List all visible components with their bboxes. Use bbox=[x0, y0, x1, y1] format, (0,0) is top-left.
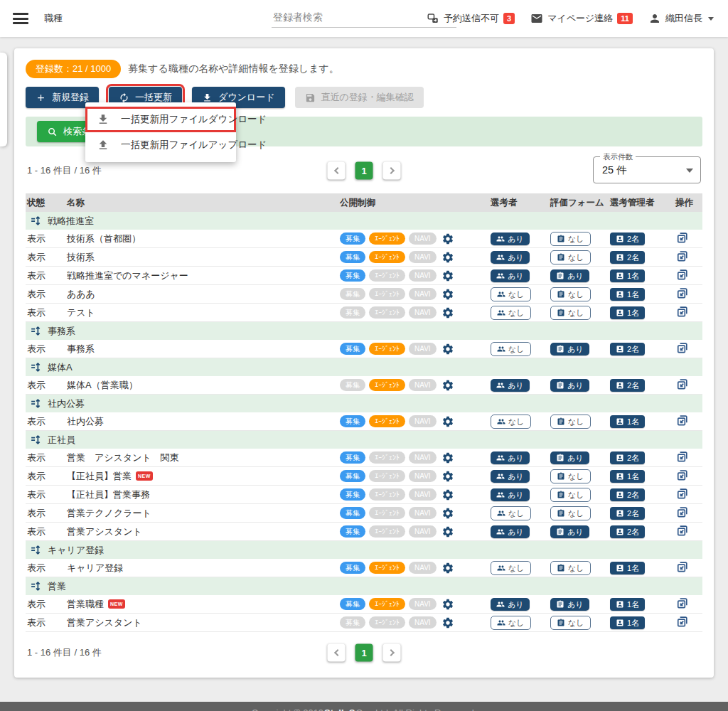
reserve-send-alert[interactable]: 予約送信不可 3 bbox=[427, 12, 515, 25]
eval-form-badge[interactable]: あり bbox=[550, 451, 589, 464]
eval-form-badge[interactable]: なし bbox=[550, 506, 591, 520]
manager-count-badge[interactable]: 1名 bbox=[610, 598, 645, 611]
sort-icon[interactable] bbox=[30, 325, 42, 337]
gear-icon[interactable] bbox=[441, 525, 454, 538]
screener-badge[interactable]: なし bbox=[491, 616, 531, 630]
next-page-button[interactable] bbox=[383, 644, 401, 662]
menu-item-bulk-file-download[interactable]: 一括更新用ファイルダウンロード bbox=[85, 107, 236, 132]
gear-icon[interactable] bbox=[441, 343, 454, 356]
manager-count-badge[interactable]: 2名 bbox=[610, 451, 645, 464]
copy-icon[interactable] bbox=[675, 468, 690, 482]
screener-badge[interactable]: なし bbox=[491, 415, 531, 429]
eval-form-badge[interactable]: なし bbox=[550, 561, 591, 575]
copy-icon[interactable] bbox=[675, 267, 690, 282]
sort-icon[interactable] bbox=[30, 580, 42, 592]
screener-badge[interactable]: なし bbox=[491, 506, 531, 520]
manager-count-badge[interactable]: 2名 bbox=[610, 251, 645, 264]
manager-count-badge[interactable]: 1名 bbox=[610, 470, 645, 483]
copy-icon[interactable] bbox=[675, 286, 690, 300]
manager-count-badge[interactable]: 2名 bbox=[610, 488, 645, 501]
copy-icon[interactable] bbox=[675, 486, 690, 501]
eval-form-badge[interactable]: あり bbox=[550, 379, 589, 392]
manager-count-badge[interactable]: 1名 bbox=[610, 562, 645, 574]
screener-badge[interactable]: あり bbox=[491, 232, 530, 245]
eval-form-badge[interactable]: あり bbox=[550, 343, 589, 356]
copy-icon[interactable] bbox=[675, 614, 690, 629]
manager-count-badge[interactable]: 2名 bbox=[610, 343, 645, 356]
eval-form-badge[interactable]: なし bbox=[550, 488, 591, 502]
screener-badge[interactable]: なし bbox=[491, 287, 531, 301]
copy-icon[interactable] bbox=[675, 560, 690, 574]
gear-icon[interactable] bbox=[441, 598, 454, 611]
copy-icon[interactable] bbox=[675, 377, 690, 391]
prev-page-button[interactable] bbox=[328, 644, 346, 662]
gear-icon[interactable] bbox=[441, 379, 454, 392]
gear-icon[interactable] bbox=[441, 251, 454, 264]
gear-icon[interactable] bbox=[441, 562, 454, 574]
eval-form-badge[interactable]: あり bbox=[550, 525, 589, 538]
page-1-button[interactable]: 1 bbox=[355, 644, 373, 662]
eval-form-badge[interactable]: なし bbox=[550, 232, 591, 246]
per-page-select[interactable]: 表示件数 25 件 bbox=[593, 156, 701, 183]
gear-icon[interactable] bbox=[441, 470, 454, 483]
user-menu[interactable]: 織田信長 bbox=[648, 12, 714, 25]
eval-form-badge[interactable]: なし bbox=[550, 250, 591, 264]
manager-count-badge[interactable]: 2名 bbox=[610, 507, 645, 520]
manager-count-badge[interactable]: 2名 bbox=[610, 525, 645, 538]
screener-badge[interactable]: あり bbox=[491, 451, 530, 464]
screener-badge[interactable]: あり bbox=[491, 488, 530, 501]
eval-form-badge[interactable]: なし bbox=[550, 469, 591, 483]
menu-item-bulk-file-upload[interactable]: 一括更新用ファイルアップロード bbox=[85, 132, 236, 158]
manager-count-badge[interactable]: 1名 bbox=[610, 415, 645, 428]
gear-icon[interactable] bbox=[441, 415, 454, 428]
eval-form-badge[interactable]: あり bbox=[550, 269, 589, 282]
gear-icon[interactable] bbox=[441, 269, 454, 282]
sort-icon[interactable] bbox=[30, 397, 42, 410]
copy-icon[interactable] bbox=[675, 230, 690, 245]
copy-icon[interactable] bbox=[675, 505, 690, 519]
eval-form-badge[interactable]: あり bbox=[550, 598, 589, 611]
eval-form-badge[interactable]: なし bbox=[550, 415, 591, 429]
sort-icon[interactable] bbox=[30, 544, 42, 556]
screener-badge[interactable]: あり bbox=[491, 470, 530, 483]
eval-form-badge[interactable]: なし bbox=[550, 287, 591, 301]
gear-icon[interactable] bbox=[441, 616, 454, 629]
manager-count-badge[interactable]: 1名 bbox=[610, 616, 645, 629]
screener-badge[interactable]: あり bbox=[491, 598, 530, 611]
screener-badge[interactable]: なし bbox=[491, 342, 531, 356]
screener-badge[interactable]: あり bbox=[491, 251, 530, 264]
copy-icon[interactable] bbox=[675, 449, 690, 464]
copy-icon[interactable] bbox=[675, 596, 690, 610]
screener-badge[interactable]: あり bbox=[491, 269, 530, 282]
manager-count-badge[interactable]: 1名 bbox=[610, 288, 645, 301]
copy-icon[interactable] bbox=[675, 523, 690, 538]
sort-icon[interactable] bbox=[30, 215, 42, 227]
page-1-button[interactable]: 1 bbox=[355, 162, 373, 180]
copy-icon[interactable] bbox=[675, 413, 690, 427]
sort-icon[interactable] bbox=[30, 434, 42, 446]
copy-icon[interactable] bbox=[675, 341, 690, 355]
manager-count-badge[interactable]: 1名 bbox=[610, 269, 645, 282]
screener-badge[interactable]: なし bbox=[491, 306, 531, 320]
menu-icon[interactable] bbox=[13, 13, 28, 24]
screener-badge[interactable]: あり bbox=[491, 379, 530, 392]
copy-icon[interactable] bbox=[675, 249, 690, 263]
eval-form-badge[interactable]: なし bbox=[550, 616, 591, 630]
gear-icon[interactable] bbox=[441, 488, 454, 501]
gear-icon[interactable] bbox=[441, 451, 454, 464]
copy-icon[interactable] bbox=[675, 304, 690, 319]
eval-form-badge[interactable]: なし bbox=[550, 306, 591, 320]
next-page-button[interactable] bbox=[383, 162, 401, 180]
gear-icon[interactable] bbox=[441, 507, 454, 520]
manager-count-badge[interactable]: 2名 bbox=[610, 232, 645, 245]
gear-icon[interactable] bbox=[441, 232, 454, 245]
screener-badge[interactable]: なし bbox=[491, 561, 531, 575]
gear-icon[interactable] bbox=[441, 306, 454, 319]
sort-icon[interactable] bbox=[30, 361, 42, 373]
prev-page-button[interactable] bbox=[328, 162, 346, 180]
gear-icon[interactable] bbox=[441, 288, 454, 301]
screener-badge[interactable]: あり bbox=[491, 525, 530, 538]
manager-count-badge[interactable]: 2名 bbox=[610, 379, 645, 392]
manager-count-badge[interactable]: 1名 bbox=[610, 306, 645, 319]
mypage-contact[interactable]: マイページ連絡 11 bbox=[530, 12, 633, 25]
